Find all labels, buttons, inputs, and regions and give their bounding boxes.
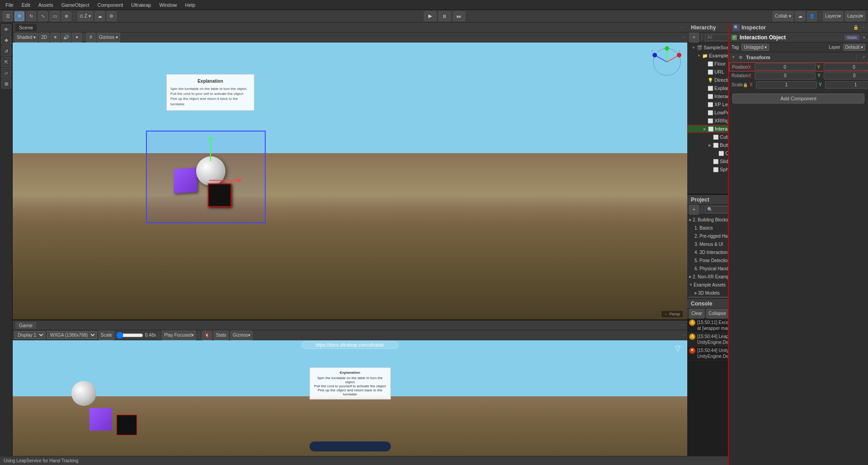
position-row: Position X Y Z: [729, 62, 868, 71]
scene-content[interactable]: Explanation Spin the turntable on the ta…: [13, 42, 687, 319]
scale-slider[interactable]: [116, 332, 143, 339]
scene-shading[interactable]: Shaded ▾: [14, 33, 38, 42]
menu-items: File Edit Assets GameObject Component Ul…: [2, 1, 199, 9]
layers-dropdown[interactable]: Layers ▾: [823, 11, 843, 21]
scene-gizmos[interactable]: Gizmos ▾: [97, 33, 120, 42]
position-x-input[interactable]: [755, 63, 816, 70]
menu-gameobject[interactable]: GameObject: [58, 1, 93, 9]
hier-arrow-floor: ▶: [702, 61, 707, 66]
settings-btn[interactable]: ⚙: [107, 11, 117, 21]
menu-window[interactable]: Window: [155, 1, 180, 9]
tool-move[interactable]: ⊕: [61, 11, 71, 21]
scale-x-field: 🔒 X: [743, 81, 817, 89]
menu-file[interactable]: File: [2, 1, 17, 9]
cloud-services[interactable]: ☁: [795, 11, 805, 21]
scale-x-input[interactable]: [756, 81, 817, 89]
project-add-btn[interactable]: +: [689, 205, 699, 215]
cloud-btn[interactable]: ☁: [95, 11, 105, 21]
left-toolbar: 👁 ✥ ↺ ⇱ ▱ ⊞: [0, 23, 13, 465]
transform-header[interactable]: ▼ ⊕ Transform ⋮ ↗: [729, 52, 868, 62]
play-focused-btn[interactable]: Play Focused ▾: [162, 330, 196, 340]
transform-settings[interactable]: ⋮: [854, 55, 859, 60]
tag-label: Tag: [732, 45, 739, 50]
mesh-icon-cube1: ⬜: [713, 134, 719, 140]
menu-assets[interactable]: Assets: [35, 1, 57, 9]
tool-translate[interactable]: ✛: [14, 11, 24, 21]
nav-label: ← Persp: [662, 311, 683, 317]
scene-2d[interactable]: 2D: [39, 33, 49, 42]
tool-rotate2[interactable]: ↺: [1, 46, 11, 56]
hierarchy-add-btn[interactable]: +: [689, 33, 699, 42]
collab-button[interactable]: Collab ▾: [773, 11, 793, 21]
mute-btn[interactable]: 🔇: [202, 330, 212, 340]
menu-edit[interactable]: Edit: [18, 1, 34, 9]
scene-lighting[interactable]: ☀: [50, 33, 60, 42]
mesh-icon-lowpoly: ⬜: [707, 109, 713, 116]
object-enabled-checkbox[interactable]: [732, 35, 737, 40]
rotation-row: Rotation X Y Z: [729, 71, 868, 80]
transform-icon: ⊕: [739, 55, 742, 60]
tag-dropdown[interactable]: Untagged ▾: [741, 44, 769, 51]
menu-ultraleap[interactable]: Ultraleap: [127, 1, 155, 9]
console-clear[interactable]: Clear: [689, 309, 704, 319]
transform-section: ▼ ⊕ Transform ⋮ ↗ Position X: [729, 52, 868, 90]
play-button[interactable]: ▶: [424, 11, 436, 21]
tool-eye[interactable]: 👁: [1, 24, 11, 34]
menu-component[interactable]: Component: [94, 1, 127, 9]
tool-hand[interactable]: ☰: [3, 11, 13, 21]
inspector-name-row: Interaction Object Static ▾: [729, 33, 868, 42]
inspector-object-name[interactable]: Interaction Object: [740, 34, 842, 41]
game-tab[interactable]: Game: [15, 322, 36, 329]
black-cube[interactable]: [208, 183, 231, 207]
console-collapse[interactable]: Collapse: [706, 309, 728, 319]
lock-icon[interactable]: 🔒: [853, 25, 859, 30]
tool-scale2[interactable]: ⇱: [1, 57, 11, 67]
game-gizmos-btn[interactable]: Gizmos ▾: [230, 330, 253, 340]
url-bar: https://docs.ultraleap.com/ultralab/: [301, 341, 398, 349]
scale-y-axis: Y: [819, 82, 824, 87]
add-component-button[interactable]: Add Component: [732, 94, 864, 103]
tool-rotate[interactable]: ↻: [26, 11, 36, 21]
console-warn-icon-1: ⚠: [689, 333, 695, 340]
scale-y-input[interactable]: [825, 81, 868, 89]
menu-help[interactable]: Help: [182, 1, 199, 9]
tool-rect2[interactable]: ▱: [1, 68, 11, 78]
purple-cube[interactable]: [174, 168, 197, 193]
view-gizmo[interactable]: X Y Z: [651, 46, 683, 78]
explanation-text-2: Pull the cord to your self to activate t…: [170, 91, 250, 96]
svg-marker-1: [208, 136, 213, 140]
rotation-x-input[interactable]: [755, 72, 816, 80]
scene-audio[interactable]: 🔊: [61, 33, 71, 42]
scene-grid[interactable]: #: [86, 33, 96, 42]
scene-view: Scene ⋯ Shaded ▾ 2D ☀ 🔊 ✦ # Gizmos ▾ ⋯: [13, 23, 687, 320]
display-select[interactable]: Display 1: [14, 331, 45, 339]
ultraleap-logo: ▽: [675, 344, 680, 352]
scale-label-inspector: Scale: [732, 82, 743, 87]
layer-dropdown[interactable]: Default ▾: [843, 44, 865, 51]
scene-tab[interactable]: Scene: [15, 24, 37, 31]
tool-rect[interactable]: ▭: [50, 11, 60, 21]
hierarchy-title: Hierarchy: [691, 24, 716, 31]
tool-move2[interactable]: ✥: [1, 35, 11, 45]
position-y-input[interactable]: [824, 63, 868, 70]
scene-effects[interactable]: ✦: [72, 33, 82, 42]
explanation-panel: Explanation Spin the turntable on the ta…: [166, 74, 254, 111]
game-content[interactable]: https://docs.ultraleap.com/ultralab/ ▽ E…: [13, 340, 687, 465]
mesh-icon-xpleap: ⬜: [707, 101, 713, 108]
mesh-icon-slider: ⬜: [713, 158, 719, 164]
rotation-y-field: Y: [817, 72, 868, 80]
resolution-select[interactable]: WXGA (1366x768): [47, 331, 97, 339]
step-button[interactable]: ⏭: [453, 11, 465, 21]
rotation-y-input[interactable]: [824, 72, 868, 80]
tool-scale[interactable]: ⤡: [38, 11, 48, 21]
pivot-toggle[interactable]: ⊙ Z ▾: [77, 11, 93, 21]
hier-arrow-lowpoly: ▶: [702, 110, 707, 115]
toolbar-divider-2: [820, 13, 820, 20]
tool-custom[interactable]: ⊞: [1, 79, 11, 89]
stats-btn[interactable]: Stats: [214, 330, 229, 340]
hier-arrow-cube1: ▶: [707, 134, 713, 140]
layout-dropdown[interactable]: Layout ▾: [845, 11, 865, 21]
transform-external[interactable]: ↗: [862, 55, 865, 60]
account-btn[interactable]: 👤: [807, 11, 817, 21]
pause-button[interactable]: ⏸: [438, 11, 451, 21]
